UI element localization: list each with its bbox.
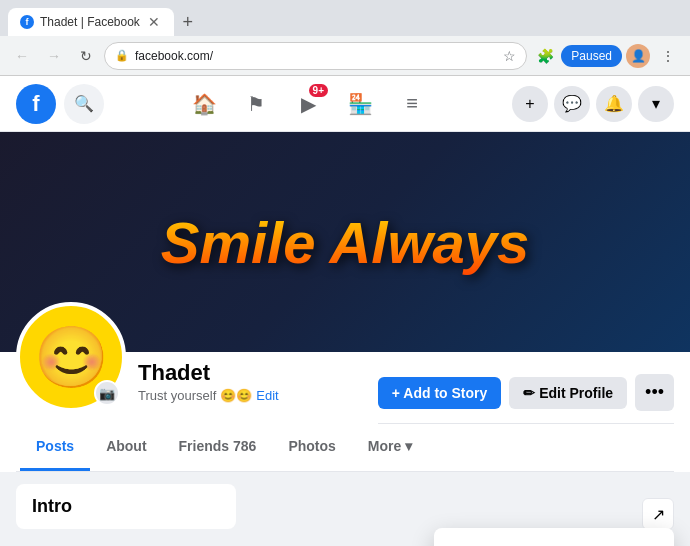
tab-friends[interactable]: Friends 786 <box>163 424 273 471</box>
tab-favicon: f <box>20 15 34 29</box>
profile-bio-edit-link[interactable]: Edit <box>256 388 278 403</box>
more-options-button[interactable]: ••• <box>635 374 674 411</box>
view-as-icon: 👁 <box>450 542 482 546</box>
search-icon: 🔍 <box>74 94 94 113</box>
forward-button[interactable]: → <box>40 42 68 70</box>
browser-chrome: f Thadet | Facebook ✕ + ← → ↻ 🔒 facebook… <box>0 0 690 76</box>
profile-name: Thadet <box>138 360 279 386</box>
nav-store[interactable]: 🏪 <box>336 80 384 128</box>
profile-section: 😊 📷 Thadet Trust yourself 😊😊 Edit + Add … <box>0 352 690 472</box>
profile-bio-text: Trust yourself 😊😊 <box>138 388 252 403</box>
nav-home[interactable]: 🏠 <box>180 80 228 128</box>
camera-button[interactable]: 📷 <box>94 380 120 406</box>
facebook-header: f 🔍 🏠 ⚑ ▶ 9+ 🏪 ≡ + 💬 🔔 ▾ <box>0 76 690 132</box>
browser-menu-button[interactable]: ⋮ <box>654 42 682 70</box>
search-button[interactable]: 🔍 <box>64 84 104 124</box>
facebook-nav: 🏠 ⚑ ▶ 9+ 🏪 ≡ <box>112 80 504 128</box>
profile-bio-row: Trust yourself 😊😊 Edit <box>138 386 279 404</box>
nav-profile-avatar: 👤 <box>626 44 650 68</box>
add-to-story-button[interactable]: + Add to Story <box>378 377 502 409</box>
nav-video[interactable]: ▶ 9+ <box>284 80 332 128</box>
paused-label: Paused <box>571 49 612 63</box>
edit-profile-button[interactable]: ✏ Edit Profile <box>509 377 627 409</box>
edit-profile-label: ✏ Edit Profile <box>523 385 613 401</box>
paused-button[interactable]: Paused <box>561 45 622 67</box>
video-badge: 9+ <box>309 84 328 97</box>
tab-more[interactable]: More ▾ <box>352 424 428 471</box>
profile-info: Thadet Trust yourself 😊😊 Edit <box>138 360 279 412</box>
extensions-button[interactable]: 🧩 <box>531 42 559 70</box>
header-right-actions: + 💬 🔔 ▾ <box>512 86 674 122</box>
lock-icon: 🔒 <box>115 49 129 62</box>
intro-box: Intro <box>16 484 236 529</box>
profile-nav-button[interactable]: 👤 <box>624 42 652 70</box>
back-button[interactable]: ← <box>8 42 36 70</box>
nav-menu[interactable]: ≡ <box>388 80 436 128</box>
tab-bar: f Thadet | Facebook ✕ + <box>0 0 690 36</box>
profile-tabs: Posts About Friends 786 Photos More ▾ <box>16 424 674 472</box>
profile-actions: + Add to Story ✏ Edit Profile ••• <box>378 374 674 424</box>
dropdown-menu: 👁 View As 🔍 Search Profile ⚠ Account Sta… <box>434 528 674 546</box>
cover-text: Smile Always <box>161 209 530 276</box>
nav-actions: 🧩 Paused 👤 ⋮ <box>531 42 682 70</box>
bookmark-icon: ☆ <box>503 48 516 64</box>
nav-bar: ← → ↻ 🔒 facebook.com/ ☆ 🧩 Paused 👤 ⋮ <box>0 36 690 76</box>
messenger-button[interactable]: 💬 <box>554 86 590 122</box>
avatar-container: 😊 📷 <box>16 302 126 412</box>
profile-avatar-area: 😊 📷 Thadet Trust yourself 😊😊 Edit <box>16 302 279 424</box>
tab-posts[interactable]: Posts <box>20 424 90 471</box>
notifications-button[interactable]: 🔔 <box>596 86 632 122</box>
content-area: Intro 👁 View As 🔍 Search Profile ⚠ Accou… <box>0 472 690 541</box>
new-tab-button[interactable]: + <box>174 8 202 36</box>
account-menu-button[interactable]: ▾ <box>638 86 674 122</box>
tab-photos[interactable]: Photos <box>272 424 351 471</box>
create-button[interactable]: + <box>512 86 548 122</box>
reload-button[interactable]: ↻ <box>72 42 100 70</box>
dropdown-view-as[interactable]: 👁 View As <box>434 534 674 546</box>
url-text: facebook.com/ <box>135 49 497 63</box>
nav-flag[interactable]: ⚑ <box>232 80 280 128</box>
external-link-button[interactable]: ↗ <box>642 498 674 530</box>
tab-close-button[interactable]: ✕ <box>146 14 162 30</box>
intro-title: Intro <box>32 496 220 517</box>
tab-title: Thadet | Facebook <box>40 15 140 29</box>
active-tab[interactable]: f Thadet | Facebook ✕ <box>8 8 174 36</box>
address-bar[interactable]: 🔒 facebook.com/ ☆ <box>104 42 527 70</box>
tab-about[interactable]: About <box>90 424 162 471</box>
facebook-logo[interactable]: f <box>16 84 56 124</box>
more-dots-label: ••• <box>645 382 664 402</box>
add-to-story-label: + Add to Story <box>392 385 488 401</box>
